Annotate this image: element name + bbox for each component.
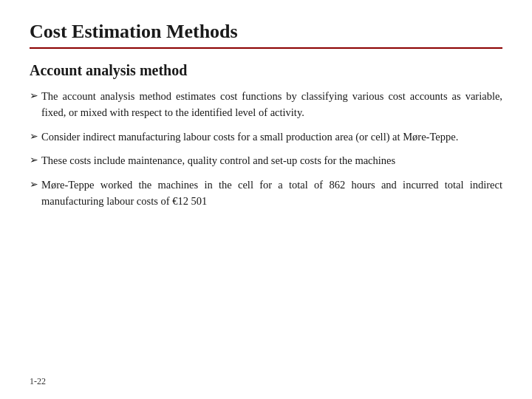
bullet-arrow-icon: ➢	[30, 152, 38, 168]
slide-title: Cost Estimation Methods	[30, 21, 502, 43]
bullet-item: ➢Consider indirect manufacturing labour …	[30, 129, 502, 145]
section-heading: Account analysis method	[30, 62, 502, 79]
bullet-text-2: These costs include maintenance, quality…	[41, 152, 502, 168]
bullet-item: ➢The account analysis method estimates c…	[30, 88, 502, 121]
bullet-item: ➢Møre-Teppe worked the machines in the c…	[30, 177, 502, 210]
slide-number: 1-22	[30, 376, 46, 387]
bullet-item: ➢These costs include maintenance, qualit…	[30, 152, 502, 168]
bullet-arrow-icon: ➢	[30, 129, 38, 145]
bullet-text-1: Consider indirect manufacturing labour c…	[41, 129, 502, 145]
bullet-text-3: Møre-Teppe worked the machines in the ce…	[41, 177, 502, 210]
bullet-list: ➢The account analysis method estimates c…	[30, 88, 502, 210]
bullet-text-0: The account analysis method estimates co…	[41, 88, 502, 121]
title-section: Cost Estimation Methods	[30, 21, 502, 49]
bullet-arrow-icon: ➢	[30, 88, 38, 104]
slide-container: Cost Estimation Methods Account analysis…	[0, 0, 532, 399]
bullet-arrow-icon: ➢	[30, 177, 38, 193]
